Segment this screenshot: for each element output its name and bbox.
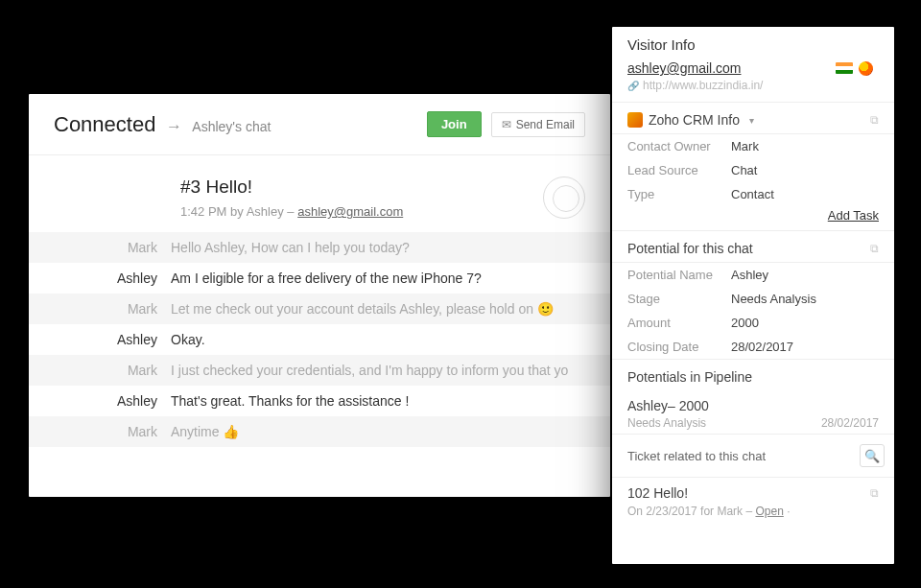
info-row: Closing Date28/02/2017 — [612, 335, 894, 359]
message-text: That's great. Thanks for the assistance … — [171, 393, 589, 409]
info-value: 28/02/2017 — [731, 340, 793, 354]
message-text: Let me check out your account details As… — [171, 301, 589, 317]
crm-section-header[interactable]: Zoho CRM Info ▾ ⧉ — [612, 102, 894, 134]
pipeline-title: Ashley– 2000 — [627, 398, 879, 413]
ticket-heading: Ticket related to this chat — [627, 449, 766, 463]
popout-icon[interactable]: ⧉ — [870, 242, 879, 255]
message-text: Okay. — [171, 332, 589, 347]
chat-header: Connected → Ashley's chat Join ✉ Send Em… — [29, 94, 610, 155]
ticket-title: 102 Hello! — [627, 485, 688, 501]
info-label: Amount — [627, 316, 731, 330]
join-button[interactable]: Join — [427, 111, 482, 137]
visitor-info-panel: Visitor Info ashley@gmail.com http://www… — [612, 27, 894, 564]
arrow-icon: → — [166, 117, 182, 135]
info-value: Mark — [731, 139, 759, 153]
visitor-info-heading: Visitor Info — [627, 36, 879, 53]
chat-author: Ashley — [247, 204, 284, 219]
popout-icon[interactable]: ⧉ — [870, 113, 879, 127]
chat-author-email[interactable]: ashley@gmail.com — [297, 204, 403, 219]
crm-heading: Zoho CRM Info — [649, 112, 740, 128]
info-label: Closing Date — [627, 340, 731, 354]
message-text: I just checked your credentials, and I'm… — [171, 363, 589, 378]
send-email-label: Send Email — [516, 118, 575, 131]
info-label: Type — [627, 187, 731, 201]
info-row: Amount2000 — [612, 311, 894, 335]
message-text: Am I eligible for a free delivery of the… — [171, 270, 589, 286]
message-row: MarkAnytime 👍 — [29, 416, 610, 447]
visitor-meta-icons — [836, 61, 879, 76]
info-value: Needs Analysis — [731, 292, 816, 306]
add-task-link[interactable]: Add Task — [828, 208, 879, 223]
chat-header-actions: Join ✉ Send Email — [427, 111, 585, 137]
ticket-section-header: Ticket related to this chat 🔍 — [612, 434, 894, 478]
visitor-url-row: http://www.buzzindia.in/ — [627, 79, 879, 92]
chat-name: Ashley's chat — [192, 119, 271, 134]
pipeline-stage: Needs Analysis — [627, 416, 706, 430]
ticket-search-button[interactable]: 🔍 — [860, 444, 885, 467]
info-label: Stage — [627, 292, 731, 306]
chat-header-title-group: Connected → Ashley's chat — [54, 112, 271, 137]
connection-status: Connected — [54, 112, 155, 136]
chat-subject: #3 Hello! — [180, 176, 583, 198]
india-flag-icon — [836, 62, 853, 74]
by-prefix: by — [230, 204, 244, 219]
search-icon: 🔍 — [864, 449, 880, 463]
pipeline-section-header: Potentials in Pipeline — [612, 359, 894, 390]
chat-time: 1:42 PM — [180, 204, 226, 219]
visitor-info-section: Visitor Info ashley@gmail.com http://www… — [612, 27, 894, 102]
popout-icon[interactable]: ⧉ — [870, 486, 879, 500]
pipeline-date: 28/02/2017 — [821, 416, 879, 430]
info-value: Ashley — [731, 268, 768, 282]
envelope-icon: ✉ — [502, 118, 511, 131]
message-list: MarkHello Ashley, How can I help you tod… — [29, 232, 610, 447]
info-value: Chat — [731, 163, 757, 177]
visitor-email[interactable]: ashley@gmail.com — [627, 60, 741, 76]
potential-heading: Potential for this chat — [627, 241, 753, 256]
message-sender: Ashley — [29, 393, 171, 409]
ticket-for: for — [700, 505, 714, 518]
message-text: Anytime 👍 — [171, 424, 589, 439]
chevron-down-icon: ▾ — [749, 115, 754, 126]
info-label: Potential Name — [627, 268, 731, 282]
ticket-subline: On 2/23/2017 for Mark – Open · — [627, 505, 879, 518]
send-email-button[interactable]: ✉ Send Email — [491, 112, 585, 137]
message-row: AshleyThat's great. Thanks for the assis… — [29, 386, 610, 416]
info-label: Contact Owner — [627, 139, 731, 153]
potential-rows: Potential NameAshleyStageNeeds AnalysisA… — [612, 263, 894, 359]
info-row: TypeContact — [612, 182, 894, 206]
ticket-status[interactable]: Open — [755, 505, 783, 518]
message-sender: Mark — [29, 363, 171, 378]
message-sender: Ashley — [29, 332, 171, 347]
ticket-on: On — [627, 505, 643, 518]
visitor-email-row: ashley@gmail.com — [627, 60, 879, 76]
message-row: AshleyOkay. — [29, 324, 610, 355]
add-task-row: Add Task — [612, 206, 894, 230]
sep: – — [287, 204, 294, 219]
message-sender: Ashley — [29, 270, 171, 286]
ticket-date: 2/23/2017 — [646, 505, 697, 518]
ticket-assignee: Mark — [717, 505, 743, 518]
message-row: MarkHello Ashley, How can I help you tod… — [29, 232, 610, 263]
pipeline-sub: Needs Analysis 28/02/2017 — [627, 416, 879, 430]
ticket-dot: · — [787, 505, 790, 518]
chat-body: #3 Hello! 1:42 PM by Ashley – ashley@gma… — [29, 155, 610, 447]
firefox-icon — [859, 61, 873, 76]
chat-panel: Connected → Ashley's chat Join ✉ Send Em… — [29, 94, 610, 497]
avatar — [543, 176, 585, 219]
message-sender: Mark — [29, 424, 171, 439]
message-row: MarkLet me check out your account detail… — [29, 294, 610, 324]
info-row: StageNeeds Analysis — [612, 287, 894, 311]
message-sender: Mark — [29, 240, 171, 255]
pipeline-heading: Potentials in Pipeline — [627, 369, 752, 385]
chat-subject-block: #3 Hello! 1:42 PM by Ashley – ashley@gma… — [29, 176, 610, 232]
link-icon — [627, 79, 639, 92]
chat-byline: 1:42 PM by Ashley – ashley@gmail.com — [180, 204, 583, 219]
info-label: Lead Source — [627, 163, 731, 177]
message-row: MarkI just checked your credentials, and… — [29, 355, 610, 386]
ticket-item[interactable]: 102 Hello! ⧉ On 2/23/2017 for Mark – Ope… — [612, 478, 894, 529]
pipeline-item[interactable]: Ashley– 2000 Needs Analysis 28/02/2017 — [612, 390, 894, 434]
message-row: AshleyAm I eligible for a free delivery … — [29, 263, 610, 294]
info-row: Potential NameAshley — [612, 263, 894, 287]
info-row: Contact OwnerMark — [612, 134, 894, 158]
message-sender: Mark — [29, 301, 171, 317]
